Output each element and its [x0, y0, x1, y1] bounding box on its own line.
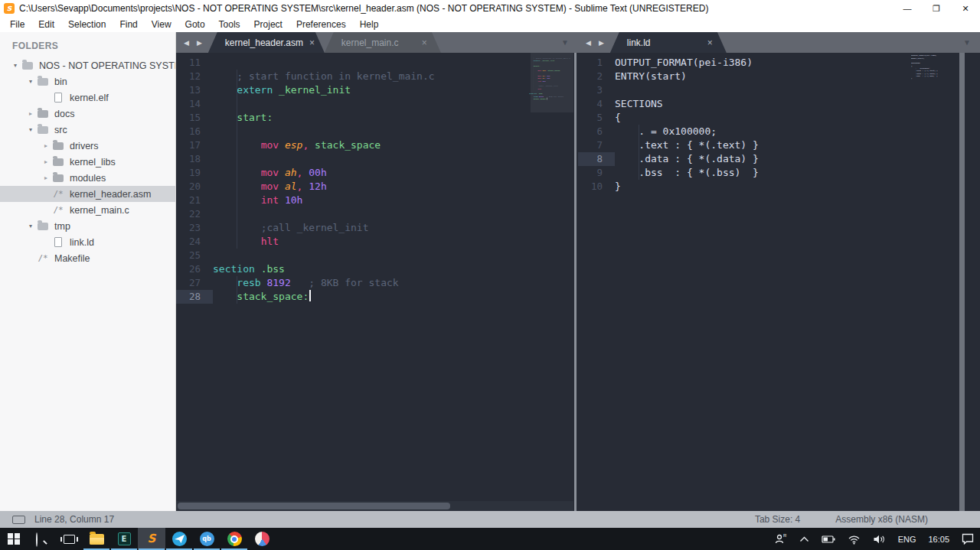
tree-item-kernel-header-asm[interactable]: /*kernel_header.asm	[0, 186, 175, 202]
disclosure-open-icon: ▾	[26, 126, 35, 133]
volume-button[interactable]	[868, 528, 890, 550]
tree-item-drivers[interactable]: ▸drivers	[0, 138, 175, 154]
pane-divider[interactable]	[574, 53, 577, 511]
tree-item-nos-not-operating-system[interactable]: ▾NOS - NOT OPERATING SYSTEM	[0, 57, 175, 73]
menu-help[interactable]: Help	[353, 18, 386, 31]
minimap-left[interactable]: ; start function in kernel_main.c extern…	[529, 54, 572, 494]
source-file-icon: /*	[52, 189, 64, 199]
tree-item-modules[interactable]: ▸modules	[0, 170, 175, 186]
indent-guide	[237, 207, 237, 221]
tab-link-ld[interactable]: link.ld×	[610, 32, 727, 53]
folder-open-icon	[37, 78, 49, 86]
tab-nav-back-icon[interactable]: ◀	[184, 39, 189, 47]
tab-nav-back-icon[interactable]: ◀	[586, 39, 591, 47]
line-number: 17	[176, 138, 213, 152]
code-editor-right[interactable]: 1OUTPUT_FORMAT(pei-i386)2ENTRY(start)34S…	[578, 53, 980, 511]
tab-kernel-main-c[interactable]: kernel_main.c×	[325, 32, 441, 53]
tab-nav-forward-icon[interactable]: ▶	[599, 39, 604, 47]
code-text	[213, 56, 578, 70]
tree-item-kernel-elf[interactable]: kernel.elf	[0, 89, 175, 106]
tree-item-kernel-libs[interactable]: ▸kernel_libs	[0, 154, 175, 170]
line-number: 5	[578, 111, 615, 125]
indent-guide	[639, 138, 639, 152]
code-text: extern _kernel_init	[213, 83, 578, 97]
panel-toggle-icon[interactable]	[12, 516, 25, 524]
line-number: 13	[176, 83, 213, 97]
tree-item-kernel-main-c[interactable]: /*kernel_main.c	[0, 202, 175, 218]
horizontal-scrollbar[interactable]	[176, 501, 573, 511]
syntax-setting[interactable]: Assembly x86 (NASM)	[835, 514, 928, 525]
tab-overflow-icon[interactable]: ▼	[963, 38, 971, 47]
tree-item-label: drivers	[70, 141, 99, 151]
menu-find[interactable]: Find	[113, 18, 144, 31]
folder-icon	[37, 110, 49, 118]
line-number: 15	[176, 111, 213, 125]
line-number: 23	[176, 221, 213, 235]
menu-edit[interactable]: Edit	[31, 18, 61, 31]
tray-expand-button[interactable]	[795, 528, 814, 550]
menu-preferences[interactable]: Preferences	[289, 18, 353, 31]
search-button[interactable]	[28, 528, 55, 550]
tree-item-bin[interactable]: ▾bin	[0, 73, 175, 89]
code-text: ; start function in kernel_main.c	[213, 70, 578, 83]
telegram-button[interactable]	[165, 528, 193, 550]
qbittorrent-button[interactable]: qb	[193, 528, 220, 550]
indent-guide	[237, 290, 237, 304]
tree-item-label: src	[54, 125, 67, 135]
file-explorer-button[interactable]	[83, 528, 110, 550]
restore-button[interactable]: ❐	[922, 0, 951, 17]
line-number: 2	[578, 70, 615, 83]
menu-view[interactable]: View	[145, 18, 178, 31]
language-indicator[interactable]: ENG	[893, 528, 921, 550]
line-number: 24	[176, 235, 213, 249]
code-editor-left[interactable]: 1112 ; start function in kernel_main.c13…	[176, 53, 578, 511]
e-app-button[interactable]: E	[110, 528, 138, 550]
close-button[interactable]: ✕	[951, 0, 980, 17]
tree-item-tmp[interactable]: ▾tmp	[0, 218, 175, 234]
network-button[interactable]	[843, 528, 865, 550]
tab-close-icon[interactable]: ×	[422, 37, 427, 48]
action-center-button[interactable]	[957, 528, 978, 550]
menu-goto[interactable]: Goto	[178, 18, 212, 31]
chrome-button[interactable]	[220, 528, 248, 550]
indent-guide	[237, 194, 237, 207]
sublime-text-button[interactable]: S	[138, 528, 165, 550]
chrome-icon	[227, 532, 242, 546]
code-line: 23 ;call _kernel_init	[176, 221, 578, 235]
indent-guide	[237, 125, 237, 138]
tree-item-src[interactable]: ▾src	[0, 122, 175, 138]
battery-button[interactable]	[817, 528, 840, 550]
menu-selection[interactable]: Selection	[61, 18, 113, 31]
tree-item-label: modules	[70, 173, 106, 184]
menu-file[interactable]: File	[3, 18, 31, 31]
code-text	[213, 249, 578, 262]
indent-guide	[639, 152, 639, 166]
code-line: 19 mov ah, 00h	[176, 166, 578, 180]
tab-close-icon[interactable]: ×	[309, 37, 315, 48]
task-view-button[interactable]	[55, 528, 83, 550]
line-number: 20	[176, 180, 213, 194]
line-number: 6	[578, 125, 615, 138]
vertical-scrollbar[interactable]	[959, 53, 965, 511]
media-app-button[interactable]	[248, 528, 276, 550]
menu-project[interactable]: Project	[247, 18, 289, 31]
tab-size-setting[interactable]: Tab Size: 4	[755, 514, 800, 525]
minimap-right[interactable]: OUTPUT_FORMAT(pei-i386)ENTRY(start)SECTI…	[911, 54, 954, 494]
clock[interactable]: 16:05	[923, 528, 954, 550]
horizontal-scroll-thumb[interactable]	[178, 503, 450, 509]
tree-item-link-ld[interactable]: link.ld	[0, 234, 175, 250]
people-button[interactable]: R	[769, 528, 792, 550]
start-button[interactable]	[0, 528, 28, 550]
minimize-button[interactable]: —	[893, 0, 922, 17]
folder-tree: ▾NOS - NOT OPERATING SYSTEM▾binkernel.el…	[0, 57, 175, 266]
tab-kernel-header-asm[interactable]: kernel_header.asm×	[208, 32, 325, 53]
tab-nav-forward-icon[interactable]: ▶	[197, 39, 202, 47]
menu-tools[interactable]: Tools	[212, 18, 247, 31]
code-text: }	[911, 77, 954, 80]
search-icon	[36, 533, 47, 545]
tab-close-icon[interactable]: ×	[707, 37, 713, 48]
tree-item-makefile[interactable]: /*Makefile	[0, 250, 175, 266]
tree-item-docs[interactable]: ▸docs	[0, 106, 175, 122]
minimap-viewport[interactable]	[531, 53, 573, 112]
tab-overflow-icon[interactable]: ▼	[561, 38, 569, 47]
